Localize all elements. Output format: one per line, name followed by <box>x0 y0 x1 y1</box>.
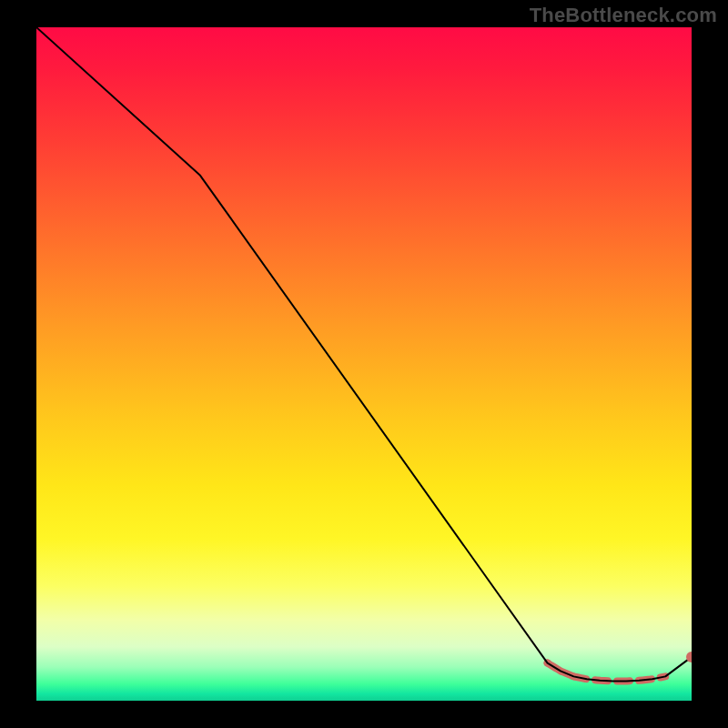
highlight-layer <box>544 660 666 682</box>
line-layer <box>36 27 692 682</box>
main-curve <box>36 27 692 682</box>
chart-svg <box>36 27 692 701</box>
watermark-text: TheBottleneck.com <box>530 4 717 27</box>
plot-area <box>36 27 692 701</box>
chart-stage: TheBottleneck.com <box>0 0 728 728</box>
